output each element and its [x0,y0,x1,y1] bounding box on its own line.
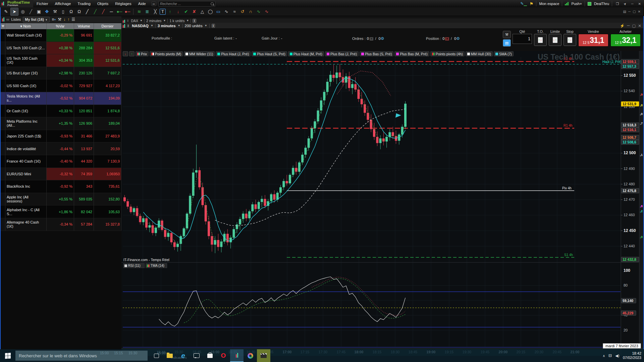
lists-button[interactable]: Listes [11,17,21,21]
trend-red-icon[interactable]: ∿ [263,8,270,15]
minimize-icon[interactable]: ─ [627,23,630,28]
flag-icon[interactable]: ⚑ [530,1,534,6]
instrument-name[interactable]: US Tech 100 Cash (2... [5,42,47,54]
settings-wrench-icon[interactable]: ⚒ [58,17,61,22]
menu-réglages[interactable]: Réglages [112,2,135,6]
instrument-name[interactable]: Or Cash (1€) [5,105,47,117]
menu-icon[interactable]: ☰ [71,17,75,22]
legend-mm-hull-30-[interactable]: MM Hull (30) [466,51,493,56]
opera-icon[interactable]: O [217,349,230,362]
pin-icon[interactable]: ➤ [622,1,628,7]
watchlist-row[interactable]: US 500 Cash (1€)-0,02 %729 9274 117,23 [1,79,121,92]
timeframe-select[interactable]: 3 minutes [158,24,176,28]
trade-settings-icon[interactable]: ⚒ [503,31,511,38]
instrument-name[interactable]: Wall Street Cash (1€) [5,29,47,42]
volume-icon[interactable]: ◀⟩ [615,354,620,358]
price-chart[interactable]: Haut (J, Pré)R2 4hR1 4hPiv 4hS1 4hUS Tec… [121,50,644,356]
arrow-up-icon[interactable]: ↑ [166,8,174,15]
instrument-name[interactable]: Meta Platforms Inc (All... [5,117,47,130]
watchlist-row[interactable]: Japon 225 Cash (1$)-0,93 %31 46627 483,9 [1,130,121,143]
wave-icon[interactable]: ∿ [223,8,230,15]
network-icon[interactable]: ⊟ [608,353,612,358]
paint-icon[interactable] [244,349,257,362]
legend-plus-bas-j-pr-[interactable]: Plus Bas (J, Pré) [325,51,359,56]
watchlist-row[interactable]: Wall Street Cash (1€)-0,29 %96 69133 827… [1,29,121,42]
alert-cursor-icon[interactable]: Ω [67,8,75,15]
dax-units[interactable]: 1 k unités [169,19,184,23]
fan-lines-icon[interactable]: ≋ [136,8,143,15]
trash-icon[interactable]: ▯ [59,8,67,15]
watchlist-row[interactable]: Meta Platforms Inc (All...+1,35 %126 906… [1,117,121,130]
watchlist-row[interactable]: Or Cash (1€)+0,33 %120 8511 874,8 [1,105,121,118]
instrument-name[interactable]: Alphabet Inc - C (All S... [5,205,47,218]
watchlist-row[interactable]: Alphabet Inc - C (All S...+1,86 %82 0421… [1,205,121,218]
dax-timeframe[interactable]: 2 minutes [146,19,162,23]
search-input[interactable]: Recherche ... [158,1,215,7]
close-position-icon[interactable]: ✕ [445,37,449,41]
clock[interactable]: 18:42 07/02/2023 [623,351,641,360]
alert-icon[interactable]: Ω [75,8,83,15]
to-order-button[interactable]: ↑↓ [534,34,547,46]
line-red-icon[interactable]: ╱ [100,8,107,15]
col-var[interactable]: %Var [47,23,74,29]
watchlist-row[interactable]: Tesla Motors Inc (All s...-0,52 %904 072… [1,92,121,105]
instrument-name[interactable]: EUR/USD Mini [5,168,47,180]
keyboard-icon[interactable]: ▤ [503,39,511,47]
chart-type-icon[interactable] [2,17,4,21]
quantity-input[interactable] [513,34,532,44]
watchlist-row[interactable]: France 40 Cash (1€)-0,40 %44 3207 130,9 [1,155,121,168]
info-icon[interactable]: i [193,19,196,23]
info-icon[interactable]: i [212,24,215,28]
chat-icon[interactable] [190,349,203,362]
task-view-icon[interactable] [150,349,163,362]
movie-maker-icon[interactable] [257,349,270,362]
legend-plus-haut-s-pr-[interactable]: Plus Haut (S, Pré) [252,51,287,56]
file-explorer-icon[interactable] [163,349,176,362]
link-icon[interactable]: ∞ [151,2,156,6]
legend-plus-haut-j-pr-[interactable]: Plus Haut (J, Pré) [216,51,251,56]
watchlist-row[interactable]: Allemagne 40 Cash (1€)-0,34 %57 28415 32… [1,218,121,231]
close-icon[interactable]: ✕ [638,10,641,13]
buy-button[interactable]: 12 532,1 [610,34,641,47]
legend-points-pivots-m-[interactable]: Points pivots (M) [150,51,183,56]
col-dernier[interactable]: Dernier [94,23,121,29]
trend-green-icon[interactable]: ∿ [255,8,262,15]
push-button[interactable]: Push+ [571,2,582,6]
dealthru-button[interactable]: DealThru [594,2,609,6]
orders-gear-icon[interactable]: ⚙ [381,36,384,41]
prorealtime-taskbar-icon[interactable] [230,349,244,362]
col-tools[interactable]: ⚒ [1,23,5,29]
line-green-icon[interactable]: ╱ [92,8,99,15]
col-volume[interactable]: Volume [74,23,94,29]
watchlist-row[interactable]: Apple Inc (All sessions)+0,55 %589 03515… [1,193,121,206]
menu-objets[interactable]: Objets [94,2,112,6]
hseg-green-icon[interactable]: ●─ [116,8,123,15]
check-icon[interactable]: ✔ [182,8,190,15]
cross-icon[interactable]: ✘ [191,8,198,15]
instrument-name[interactable]: US Tech 100 Cash (1€) [5,54,47,67]
instrument-name[interactable]: Japon 225 Cash (1$) [5,130,47,142]
menu-aide[interactable]: Aide [135,2,149,6]
fib-icon[interactable]: ≣ [144,8,151,15]
watchlist-row[interactable]: US Brut Léger (1€)+2,98 %230 1267 697,2 [1,67,121,80]
store-icon[interactable] [203,349,217,362]
watchlist-row[interactable]: US Tech 100 Cash (1€)+0,34 %304 35312 53… [1,54,121,67]
sell-button[interactable]: 12 531,1 [578,34,608,47]
watchlist-row[interactable]: EUR/USD Mini-0,32 %74 3591,06950 [1,168,121,181]
stop-order-button[interactable]: ↑↓ [564,34,576,46]
eraser-icon[interactable]: ✎ [2,8,10,15]
instrument-name[interactable]: Tesla Motors Inc (All s... [5,92,47,105]
triangle-icon[interactable]: △ [199,8,206,15]
background-chart-tab[interactable]: ∞ DAX▼ 2 minutes▼ 1 k unités▼ i [121,18,644,23]
list-select[interactable]: My list (16) ▼ [23,17,50,22]
minimize-icon[interactable]: ─ [630,2,635,6]
menu-affichage[interactable]: Affichage [52,2,74,6]
hline-icon[interactable]: ─ [108,8,115,15]
legend-plus-bas-m-pr-[interactable]: Plus Bas (M, Pré) [394,51,429,56]
legend-plus-bas-s-pr-[interactable]: Plus Bas (S, Pré) [360,51,394,56]
instrument-name[interactable]: US Brut Léger (1€) [5,67,47,79]
symbol-select[interactable]: NASDAQ [132,24,149,28]
line-white-icon[interactable]: ╱ [84,8,91,15]
col-nom[interactable]: ▾ Nom [5,23,47,29]
instrument-name[interactable]: US 500 Cash (1€) [5,79,47,92]
